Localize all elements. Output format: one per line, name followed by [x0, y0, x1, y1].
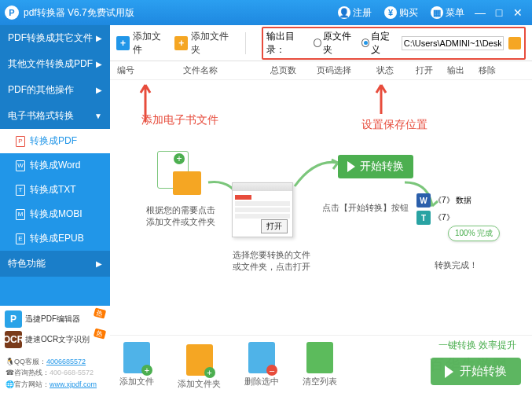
content-area: +添加文件 +添加文件夹 输出目录： 原文件夹 自定义 编号 文件名称 总页数 …: [110, 25, 532, 393]
qq-link[interactable]: 4006685572: [46, 358, 86, 365]
bottom-delete-selected[interactable]: 删除选中: [244, 342, 279, 387]
col-remove: 移除: [471, 64, 503, 76]
chevron-right-icon: ▶: [96, 60, 102, 68]
close-button[interactable]: ✕: [508, 6, 527, 19]
sidebar-item-to-pdf[interactable]: P转换成PDF: [0, 129, 110, 153]
cat-label: 电子书格式转换: [8, 109, 74, 123]
col-open: 打开: [409, 64, 440, 76]
sidebar-item-to-mobi[interactable]: M转换成MOBI: [0, 202, 110, 226]
radio-icon: [314, 39, 321, 47]
item-label: 转换成Word: [30, 159, 80, 172]
bottom-clear-list[interactable]: 清空列表: [303, 342, 337, 387]
cat-label: 其他文件转换成PDF: [8, 57, 93, 71]
caption-done: 转换完成！: [424, 259, 487, 271]
phone-icon: ☎: [5, 367, 14, 378]
word-icon: W: [416, 193, 431, 208]
open-dialog-illustration: 打开: [232, 182, 293, 237]
annotation-add-files: 添加电子书文件: [141, 113, 218, 127]
red-arrow-icon: [369, 79, 393, 118]
add-folder-button[interactable]: +添加文件夹: [174, 30, 236, 57]
output-path-input[interactable]: [402, 36, 504, 50]
radio-custom-folder[interactable]: 自定义: [361, 30, 396, 57]
clear-icon: [306, 342, 333, 373]
titlebar: P pdf转换器 V6.7免费试用版 👤注册 ¥购买 ▦菜单 — □ ✕: [0, 0, 532, 25]
user-icon: 👤: [338, 6, 350, 19]
register-button[interactable]: 👤注册: [338, 6, 372, 20]
progress-badge: 100% 完成: [448, 226, 500, 241]
minimize-button[interactable]: —: [471, 6, 490, 19]
plus-icon: +: [116, 36, 130, 50]
radio-label: 自定义: [371, 30, 396, 57]
cat-label: PDF的其他操作: [8, 83, 74, 97]
promo-ocr[interactable]: OCR捷速OCR文字识别热: [3, 329, 107, 350]
sidebar-cat-ebook[interactable]: 电子书格式转换▼: [0, 103, 110, 129]
result-label: 《7》 数据: [434, 195, 471, 206]
globe-icon: 🌐: [5, 379, 14, 390]
menu-label: 菜单: [446, 6, 464, 20]
start-label: 开始转换: [360, 160, 404, 174]
outdir-label: 输出目录：: [266, 30, 309, 57]
bottom-add-folder[interactable]: 添加文件夹: [178, 340, 221, 390]
hot-badge: 热: [94, 307, 106, 318]
guide-canvas: 添加电子书文件 设置保存位置 根据您的需要点击 添加文件或文件夹 打开 选择您要…: [110, 80, 532, 335]
app-logo-icon: P: [5, 6, 19, 20]
sidebar-item-to-txt[interactable]: T转换成TXT: [0, 178, 110, 202]
file-icon: T: [16, 185, 25, 196]
output-dir-group: 输出目录： 原文件夹 自定义: [262, 27, 526, 60]
add-folder-label: 添加文件夹: [191, 30, 236, 57]
item-label: 转换成MOBI: [30, 208, 83, 221]
file-icon: M: [16, 209, 25, 220]
tel-label: 咨询热线：: [14, 369, 50, 376]
sidebar: PDF转换成其它文件▶ 其他文件转换成PDF▶ PDF的其他操作▶ 电子书格式转…: [0, 25, 110, 393]
buy-label: 购买: [399, 6, 418, 20]
site-label: 官方网站：: [14, 380, 50, 388]
col-status: 状态: [361, 64, 409, 76]
site-link[interactable]: www.xjpdf.com: [50, 380, 97, 388]
file-icon: W: [16, 160, 25, 171]
add-file-button[interactable]: +添加文件: [116, 30, 168, 57]
grid-icon: ▦: [431, 6, 443, 19]
bitem-label: 清空列表: [303, 376, 337, 387]
bitem-label: 删除选中: [244, 376, 279, 387]
bottom-bar: 添加文件 添加文件夹 删除选中 清空列表 一键转换 效率提升 百华生游网 开始转…: [110, 335, 532, 393]
hot-badge: 热: [94, 328, 106, 339]
col-filename: 文件名称: [141, 64, 259, 76]
sidebar-cat-pdf-to-other[interactable]: PDF转换成其它文件▶: [0, 25, 110, 51]
promo-icon: P: [5, 310, 22, 328]
chevron-down-icon: ▼: [94, 112, 102, 120]
radio-original-folder[interactable]: 原文件夹: [314, 30, 357, 57]
radio-label: 原文件夹: [323, 30, 357, 57]
cat-label: 特色功能: [8, 257, 46, 270]
folder-plus-icon: +: [174, 36, 188, 50]
delete-icon: [248, 342, 275, 373]
file-icon: E: [16, 233, 25, 244]
add-file-label: 添加文件: [133, 30, 168, 57]
promo-label: 捷速OCR文字识别: [25, 334, 90, 345]
sidebar-cat-special[interactable]: 特色功能▶: [0, 251, 110, 277]
separator: [245, 32, 246, 54]
chevron-right-icon: ▶: [96, 86, 102, 94]
sidebar-cat-pdf-other-ops[interactable]: PDF的其他操作▶: [0, 77, 110, 103]
promo-label: 迅捷PDF编辑器: [25, 314, 80, 325]
add-files-illustration: [157, 151, 201, 195]
sidebar-item-to-epub[interactable]: E转换成EPUB: [0, 226, 110, 251]
menu-button[interactable]: ▦菜单: [431, 6, 464, 20]
browse-folder-button[interactable]: [508, 37, 521, 50]
maximize-button[interactable]: □: [490, 6, 508, 19]
start-label: 开始转换: [460, 364, 507, 379]
sidebar-cat-other-to-pdf[interactable]: 其他文件转换成PDF▶: [0, 51, 110, 77]
qq-icon: 🐧: [5, 356, 14, 367]
result-list-illustration: W《7》 数据 T《7》: [416, 190, 471, 228]
sidebar-item-to-word[interactable]: W转换成Word: [0, 153, 110, 178]
start-convert-button[interactable]: 开始转换: [431, 358, 521, 385]
promo-panel: P迅捷PDF编辑器热 OCR捷速OCR文字识别热: [0, 306, 110, 353]
slogan-text: 一键转换 效率提升: [438, 339, 516, 352]
toolbar: +添加文件 +添加文件夹 输出目录： 原文件夹 自定义: [110, 25, 532, 61]
bottom-add-file[interactable]: 添加文件: [119, 342, 154, 387]
cat-label: PDF转换成其它文件: [8, 31, 93, 45]
promo-pdf-editor[interactable]: P迅捷PDF编辑器热: [3, 309, 107, 329]
register-label: 注册: [353, 6, 372, 20]
buy-button[interactable]: ¥购买: [384, 6, 418, 20]
table-headers: 编号 文件名称 总页数 页码选择 状态 打开 输出 移除: [110, 61, 532, 80]
bitem-label: 添加文件: [119, 376, 154, 387]
